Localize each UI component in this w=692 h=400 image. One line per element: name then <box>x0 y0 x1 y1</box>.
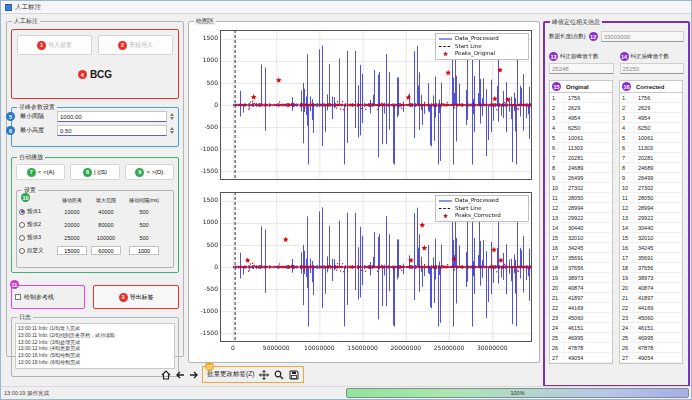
spin-up-icon[interactable] <box>170 113 174 116</box>
preset-value: 10000 <box>55 209 89 215</box>
custom-value-input[interactable] <box>129 246 159 255</box>
custom-value-input[interactable] <box>57 246 87 255</box>
peak-table-row[interactable]: 2141897 <box>550 293 612 303</box>
custom-value-input[interactable] <box>91 246 121 255</box>
start-import-label: 开始导入 <box>129 41 153 50</box>
peak-table-row[interactable]: 2244169 <box>550 303 612 313</box>
peak-table-row[interactable]: 2040874 <box>550 283 612 293</box>
preset-value: 20000 <box>55 222 89 228</box>
export-labels-button[interactable]: 3 导出标签 <box>94 286 178 308</box>
peak-table-row[interactable]: 1837656 <box>550 263 612 273</box>
peak-table-row[interactable]: 611303 <box>620 143 682 153</box>
badge-9: 9 <box>135 168 144 177</box>
peak-table-row[interactable]: 2141897 <box>620 293 682 303</box>
peak-table-row[interactable]: 2546995 <box>550 333 612 343</box>
back-arrow-icon[interactable] <box>174 369 185 380</box>
import-settings-button[interactable]: 1 导入设置 <box>17 35 92 55</box>
zoom-icon[interactable] <box>273 369 284 380</box>
pan-icon[interactable] <box>258 369 269 380</box>
forward-arrow-icon[interactable] <box>188 369 199 380</box>
peak-table-row[interactable]: 2345060 <box>550 313 612 323</box>
batch-edit-label[interactable]: 批量更改标签(Z) <box>207 370 254 379</box>
peak-table-row[interactable]: 46250 <box>550 123 612 133</box>
peak-table-row[interactable]: 1735691 <box>550 253 612 263</box>
start-import-button[interactable]: 2 开始导入 <box>98 35 173 55</box>
peak-table-row[interactable]: 926499 <box>550 173 612 183</box>
peak-table-row[interactable]: 1228994 <box>620 203 682 213</box>
peak-table-row[interactable]: 22629 <box>620 103 682 113</box>
peak-table-row[interactable]: 611303 <box>550 143 612 153</box>
peak-table-row[interactable]: 1938973 <box>550 273 612 283</box>
peak-table-row[interactable]: 2446151 <box>550 323 612 333</box>
peak-table-row[interactable]: 824689 <box>620 163 682 173</box>
save-icon[interactable] <box>288 369 299 380</box>
peak-table-row[interactable]: 1027302 <box>620 183 682 193</box>
log-output[interactable]: 13:00:11 Info: (1/6)导入完成13:00:11 Info: (… <box>15 323 175 369</box>
peak-table-row[interactable]: 1027302 <box>550 183 612 193</box>
peak-table-row[interactable]: 1532010 <box>620 233 682 243</box>
peak-table-row[interactable]: 926499 <box>620 173 682 183</box>
signal-plots-canvas[interactable] <box>192 26 538 358</box>
peak-table-row[interactable]: 2647878 <box>620 343 682 353</box>
peak-table-row[interactable]: 1532010 <box>550 233 612 243</box>
peak-table-row[interactable]: 11756 <box>620 93 682 103</box>
peak-table-row[interactable]: 1228994 <box>550 203 612 213</box>
peak-table-row[interactable]: 1329922 <box>620 213 682 223</box>
peak-table-row[interactable]: 1938973 <box>620 273 682 283</box>
peak-table-row[interactable]: 2244169 <box>620 303 682 313</box>
peak-table-row[interactable]: 34954 <box>620 113 682 123</box>
after-count-field[interactable]: 25250 <box>620 63 685 74</box>
peak-table-row[interactable]: 2040874 <box>620 283 682 293</box>
min-height-input[interactable]: 0.50 <box>57 125 167 136</box>
peak-table-row[interactable]: 11756 <box>550 93 612 103</box>
pause-button[interactable]: 8 | |(S) <box>70 164 119 180</box>
peak-table-row[interactable]: 2546995 <box>620 333 682 343</box>
peak-table-row[interactable]: 2345060 <box>620 313 682 323</box>
preset-radio[interactable] <box>19 248 25 254</box>
peak-table-row[interactable]: 2749054 <box>550 353 612 363</box>
peak-table-row[interactable]: 22629 <box>550 103 612 113</box>
preset-radio[interactable] <box>19 235 25 241</box>
min-interval-input[interactable]: 1000.00 <box>57 111 167 122</box>
draw-reference-checkbox[interactable] <box>15 294 21 300</box>
preset-radio[interactable] <box>19 209 25 215</box>
peak-table-row[interactable]: 1837656 <box>620 263 682 273</box>
peak-table-row[interactable]: 34954 <box>550 113 612 123</box>
preset-radio[interactable] <box>19 222 25 228</box>
peak-table-row[interactable]: 2446151 <box>620 323 682 333</box>
badge-2: 2 <box>118 41 127 50</box>
corrected-peaks-table[interactable]: 16 Corrected 117562262934954462505100616… <box>619 80 683 364</box>
peak-table-row[interactable]: 720281 <box>620 153 682 163</box>
peak-table-row[interactable]: 2749054 <box>620 353 682 363</box>
peak-table-row[interactable]: 1430440 <box>550 223 612 233</box>
peak-table-row[interactable]: 46250 <box>620 123 682 133</box>
spin-down-icon[interactable] <box>170 117 174 120</box>
step-forward-button[interactable]: 9 > >(D) <box>125 164 174 180</box>
peak-table-row[interactable]: 2647878 <box>550 343 612 353</box>
peak-table-row[interactable]: 510061 <box>550 133 612 143</box>
home-icon[interactable] <box>160 369 171 380</box>
peak-table-row[interactable]: 1430440 <box>620 223 682 233</box>
preset-value: 500 <box>123 222 165 228</box>
spin-down-icon[interactable] <box>170 131 174 134</box>
after-count-label: 纠正后峰值个数 <box>631 53 670 60</box>
peak-table-row[interactable]: 824689 <box>550 163 612 173</box>
peak-table-row[interactable]: 1634245 <box>620 243 682 253</box>
peak-table-row[interactable]: 1128050 <box>620 193 682 203</box>
peak-table-row[interactable]: 1128050 <box>550 193 612 203</box>
step-back-button[interactable]: 7 < <(A) <box>16 164 65 180</box>
spin-up-icon[interactable] <box>170 127 174 130</box>
badge-16: 16 <box>622 82 631 91</box>
min-interval-spinner[interactable] <box>170 113 174 120</box>
peak-table-row[interactable]: 1329922 <box>550 213 612 223</box>
min-height-spinner[interactable] <box>170 127 174 134</box>
badge-14: 14 <box>620 52 629 61</box>
peak-table-row[interactable]: 1735691 <box>620 253 682 263</box>
peak-table-row[interactable]: 720281 <box>550 153 612 163</box>
peak-table-row[interactable]: 510061 <box>620 133 682 143</box>
data-length-field[interactable]: 33003000 <box>601 31 684 42</box>
original-peaks-table[interactable]: 15 Original 1175622629349544625051006161… <box>549 80 613 364</box>
before-count-field[interactable]: 25248 <box>549 63 614 74</box>
min-interval-label: 最小间隔 <box>20 112 54 121</box>
peak-table-row[interactable]: 1634245 <box>550 243 612 253</box>
